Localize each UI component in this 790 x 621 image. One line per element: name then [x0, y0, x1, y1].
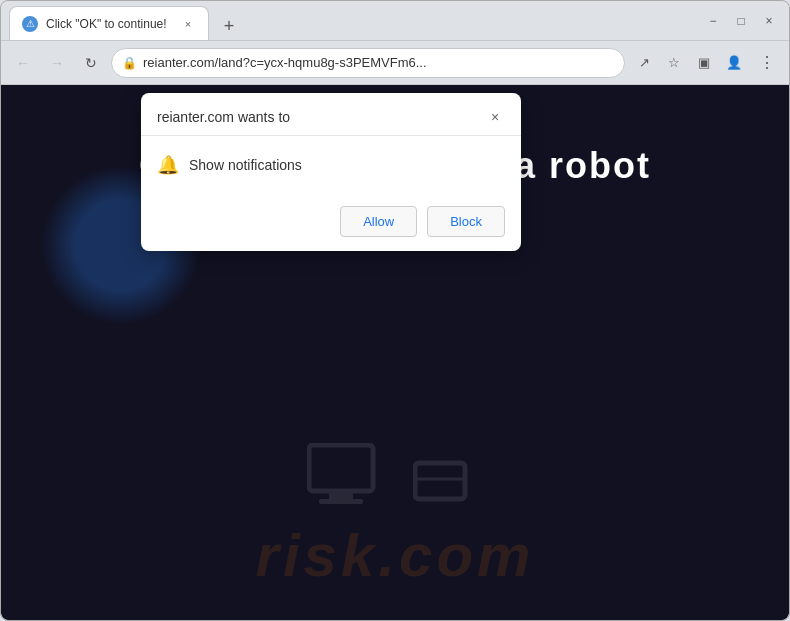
dialog-close-button[interactable]: ×	[485, 107, 505, 127]
maximize-button[interactable]: □	[729, 9, 753, 33]
allow-button[interactable]: Allow	[340, 206, 417, 237]
window-controls: − □ ×	[701, 9, 781, 33]
svg-rect-0	[309, 445, 373, 491]
permission-dialog: reianter.com wants to × 🔔 Show notificat…	[141, 93, 521, 251]
address-bar-actions: ↗ ☆ ▣ 👤	[631, 50, 747, 76]
back-button[interactable]: ←	[9, 49, 37, 77]
split-view-button[interactable]: ▣	[691, 50, 717, 76]
notification-row: 🔔 Show notifications	[157, 148, 505, 182]
dialog-actions: Allow Block	[141, 198, 521, 251]
new-tab-button[interactable]: +	[215, 12, 243, 40]
address-bar-row: ← → ↻ 🔒 reianter.com/land?c=ycx-hqmu8g-s…	[1, 41, 789, 85]
tab-close-button[interactable]: ×	[180, 16, 196, 32]
share-button[interactable]: ↗	[631, 50, 657, 76]
dialog-header: reianter.com wants to ×	[141, 93, 521, 135]
bell-icon: 🔔	[157, 154, 179, 176]
tab-title: Click "OK" to continue!	[46, 17, 172, 31]
watermark: risk.com	[1, 443, 789, 590]
dialog-body: 🔔 Show notifications	[141, 136, 521, 198]
address-bar[interactable]: 🔒 reianter.com/land?c=ycx-hqmu8g-s3PEMVF…	[111, 48, 625, 78]
lock-icon: 🔒	[122, 56, 137, 70]
pc-icon-left	[307, 443, 397, 513]
svg-rect-3	[415, 463, 465, 499]
forward-button[interactable]: →	[43, 49, 71, 77]
notification-label: Show notifications	[189, 157, 302, 173]
webpage: Click re not a robot	[1, 85, 789, 620]
tab-favicon: ⚠	[22, 16, 38, 32]
svg-rect-1	[329, 491, 353, 499]
reload-button[interactable]: ↻	[77, 49, 105, 77]
dialog-title: reianter.com wants to	[157, 109, 290, 125]
block-button[interactable]: Block	[427, 206, 505, 237]
brand-watermark: risk.com	[256, 521, 535, 590]
window-close-button[interactable]: ×	[757, 9, 781, 33]
tab-area: ⚠ Click "OK" to continue! × +	[9, 1, 689, 40]
title-bar: ⚠ Click "OK" to continue! × + − □ ×	[1, 1, 789, 41]
bookmark-button[interactable]: ☆	[661, 50, 687, 76]
url-text: reianter.com/land?c=ycx-hqmu8g-s3PEMVFm6…	[143, 55, 614, 70]
browser-window: ⚠ Click "OK" to continue! × + − □ × ← → …	[1, 1, 789, 620]
svg-rect-2	[319, 499, 363, 504]
minimize-button[interactable]: −	[701, 9, 725, 33]
pc-icon-right	[413, 443, 483, 513]
profile-button[interactable]: 👤	[721, 50, 747, 76]
active-tab[interactable]: ⚠ Click "OK" to continue! ×	[9, 6, 209, 40]
browser-menu-button[interactable]: ⋮	[753, 49, 781, 77]
